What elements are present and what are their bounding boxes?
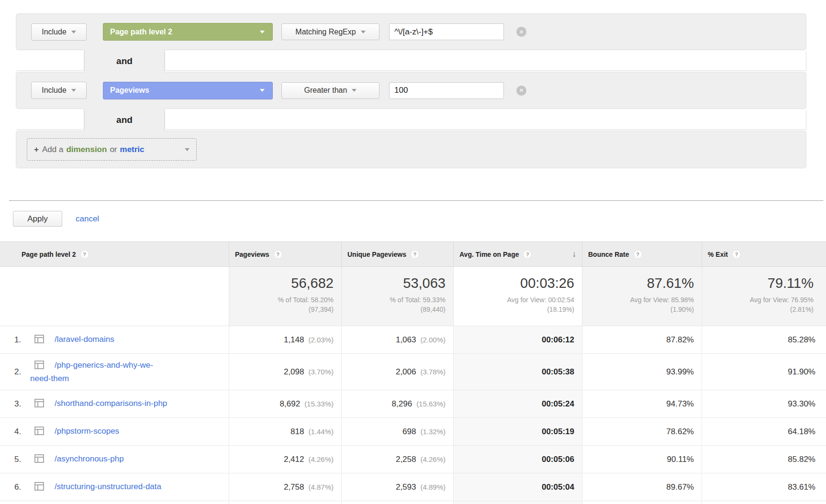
chevron-down-icon [71, 89, 76, 92]
chevron-down-icon [260, 89, 265, 92]
column-header-page-path[interactable]: Page path level 2 ? [0, 242, 229, 266]
operator-dropdown[interactable]: Matching RegExp [281, 23, 380, 40]
remove-filter-button[interactable]: ✕ [516, 27, 526, 37]
row-rank: 1. [14, 335, 30, 345]
column-header-exit[interactable]: % Exit ? [702, 242, 826, 266]
connector-cutout [16, 51, 84, 71]
column-header-bounce-rate[interactable]: Bounce Rate ? [582, 242, 702, 266]
summary-avg-time: 00:03:26 Avg for View: 00:02:54 (18.19%) [453, 267, 582, 326]
chevron-down-icon [352, 89, 357, 92]
dimension-word: dimension [66, 145, 107, 154]
exit-value: 83.61% [702, 473, 826, 501]
exit-value: 64.18% [702, 418, 826, 445]
apply-row: Apply cancel [13, 211, 99, 227]
help-icon[interactable]: ? [411, 250, 419, 259]
row-rank: 3. [14, 399, 30, 409]
page-layout-icon[interactable] [34, 361, 44, 373]
filter-value-input[interactable] [389, 82, 504, 99]
summary-exit: 79.11% Avg for View: 76.95% (2.81%) [702, 267, 826, 326]
exit-value: 85.28% [702, 326, 826, 353]
add-dimension-or-metric-button[interactable]: + Add a dimension or metric [27, 138, 197, 161]
page-layout-icon[interactable] [34, 399, 44, 411]
column-header-pageviews[interactable]: Pageviews ? [229, 242, 341, 266]
help-icon[interactable]: ? [523, 250, 532, 259]
page-path-link[interactable]: /structuring-unstructured-data [55, 482, 161, 491]
bounce-rate-value: 78.62% [582, 418, 702, 445]
help-icon[interactable]: ? [274, 250, 282, 259]
unique-pageviews-pct: (4.89%) [420, 483, 446, 491]
unique-pageviews-value: 698 [402, 427, 416, 437]
analytics-table: Page path level 2 ? Pageviews ? Unique P… [0, 241, 826, 504]
filter-value-input[interactable] [389, 23, 504, 40]
unique-pageviews-pct: (15.63%) [416, 400, 446, 408]
summary-unique-pageviews: 53,063 % of Total: 59.33% (89,440) [341, 267, 453, 326]
pageviews-pct: (3.70%) [308, 368, 334, 376]
avg-time-value: 00:06:12 [453, 326, 582, 353]
page-path-link[interactable]: /phpstorm-scopes [55, 427, 119, 436]
filter-builder: Include Page path level 2 Matching RegEx… [16, 13, 806, 168]
pageviews-value: 818 [290, 427, 304, 437]
page-path-link[interactable]: /asynchronous-php [55, 454, 124, 463]
operator-dropdown[interactable]: Greater than [281, 82, 380, 99]
pageviews-pct: (15.33%) [304, 400, 334, 408]
help-icon[interactable]: ? [634, 250, 642, 259]
page-layout-icon[interactable] [34, 482, 44, 494]
unique-pageviews-pct: (3.78%) [420, 368, 446, 376]
bounce-rate-value: 89.67% [582, 473, 702, 501]
bounce-rate-value: 93.99% [582, 354, 702, 390]
table-row: 5. /asynchronous-php 2,412(4.26%) 2,258(… [0, 446, 826, 473]
avg-time-value: 00:05:06 [453, 446, 582, 473]
chevron-down-icon [71, 31, 76, 33]
and-connector: and [16, 50, 806, 72]
operator-label: Greater than [304, 86, 347, 95]
pageviews-pct: (2.03%) [308, 336, 334, 344]
plus-icon: + [34, 145, 39, 154]
unique-pageviews-pct: (1.32%) [420, 427, 446, 436]
and-band: and [84, 50, 165, 72]
metric-label: Pageviews [110, 86, 255, 95]
exit-value: 85.82% [702, 446, 826, 473]
row-rank: 5. [14, 455, 30, 464]
apply-button[interactable]: Apply [13, 211, 62, 227]
summary-bounce-rate: 87.61% Avg for View: 85.98% (1.90%) [582, 267, 702, 326]
page-path-link[interactable]: /php-generics-and-why-we-need-them [30, 361, 153, 383]
help-icon[interactable]: ? [80, 250, 89, 259]
cancel-link[interactable]: cancel [76, 214, 99, 224]
sort-descending-icon[interactable]: ↓ [572, 250, 577, 259]
page-layout-icon[interactable] [34, 335, 44, 347]
remove-filter-button[interactable]: ✕ [516, 86, 526, 96]
metric-select[interactable]: Pageviews [103, 82, 273, 99]
table-row: 1. /laravel-domains 1,148(2.03%) 1,063(2… [0, 326, 826, 354]
table-header: Page path level 2 ? Pageviews ? Unique P… [0, 241, 826, 267]
help-icon[interactable]: ? [732, 250, 741, 259]
unique-pageviews-value: 2,593 [396, 482, 416, 492]
page-path-link[interactable]: /laravel-domains [55, 335, 114, 344]
chevron-down-icon [260, 31, 265, 33]
page-layout-icon[interactable] [34, 454, 44, 466]
table-row: 3. /shorthand-comparisons-in-php 8,692(1… [0, 390, 826, 418]
pageviews-value: 2,412 [284, 455, 304, 464]
page-path-link[interactable]: /shorthand-comparisons-in-php [55, 399, 167, 408]
avg-time-value: 00:05:24 [453, 390, 582, 417]
unique-pageviews-value: 2,258 [396, 455, 416, 464]
close-icon: ✕ [519, 29, 524, 35]
column-header-avg-time[interactable]: Avg. Time on Page ? ↓ [453, 242, 582, 266]
metric-word: metric [120, 145, 145, 154]
unique-pageviews-pct: (2.00%) [420, 336, 446, 344]
dimension-select[interactable]: Page path level 2 [103, 23, 273, 41]
include-exclude-dropdown[interactable]: Include [31, 82, 87, 99]
pageviews-value: 2,098 [284, 367, 304, 377]
connector-cutout [16, 110, 84, 130]
partial-table-row [0, 501, 826, 504]
summary-pageviews: 56,682 % of Total: 58.20% (97,394) [229, 267, 341, 326]
include-exclude-dropdown[interactable]: Include [31, 23, 87, 41]
pageviews-value: 1,148 [284, 335, 304, 345]
and-band: and [84, 109, 165, 131]
page-layout-icon[interactable] [34, 427, 44, 438]
or-word: or [110, 145, 117, 154]
pageviews-pct: (4.26%) [308, 455, 334, 463]
and-label: and [116, 115, 133, 125]
and-label: and [116, 56, 133, 66]
bounce-rate-value: 94.73% [582, 390, 702, 417]
column-header-unique-pageviews[interactable]: Unique Pageviews ? [341, 242, 453, 266]
